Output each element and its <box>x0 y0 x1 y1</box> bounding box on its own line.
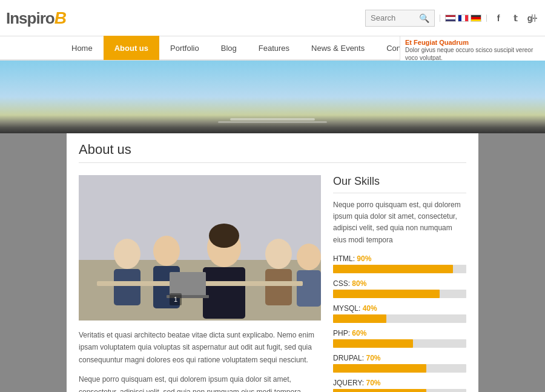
skills-description: Neque porro quisquam est, qui dolorem ip… <box>333 199 466 246</box>
skill-bar-drupal <box>333 364 426 373</box>
skill-css: CSS: 80% <box>333 279 466 298</box>
page-title: About us <box>79 142 466 163</box>
nav-home[interactable]: Home <box>61 36 104 60</box>
flag-fr[interactable] <box>458 15 469 22</box>
about-image: 1 <box>79 175 321 321</box>
svg-point-17 <box>268 241 289 265</box>
svg-rect-16 <box>265 269 292 305</box>
svg-point-7 <box>116 241 138 265</box>
svg-rect-19 <box>297 270 321 307</box>
skill-html: HTML: 90% <box>333 254 466 273</box>
svg-rect-2 <box>218 121 327 123</box>
logo-b: B <box>54 8 66 27</box>
skill-php: PHP: 60% <box>333 329 466 348</box>
skill-mysql: MYSQL: 40% <box>333 304 466 323</box>
svg-rect-6 <box>114 269 140 305</box>
right-column: Our Skills Neque porro quisquam est, qui… <box>333 175 466 392</box>
svg-rect-21 <box>170 272 206 296</box>
svg-text:1: 1 <box>174 296 177 303</box>
logo: InspiroB <box>6 8 66 28</box>
page-title-section: About us <box>67 133 478 175</box>
facebook-icon[interactable]: f <box>492 12 505 25</box>
ticker-text: Dolor givus neque occuro scisco suscipit… <box>405 46 540 61</box>
flag-us[interactable] <box>445 15 456 22</box>
logo-text: InspiroB <box>6 8 66 28</box>
skill-drupal: DRUPAL: 70% <box>333 354 466 373</box>
flag-de[interactable] <box>471 15 481 22</box>
left-column: 1 Veritatis et quasi architecto beatae v… <box>79 175 321 392</box>
svg-point-18 <box>297 244 321 270</box>
skill-bar-css <box>333 290 440 298</box>
para1: Veritatis et quasi architecto beatae vit… <box>79 329 321 366</box>
news-ticker: Et Feugiat Quadrum Dolor givus neque occ… <box>400 36 545 61</box>
para2: Neque porro quisquam est, qui dolorem ip… <box>79 373 321 392</box>
svg-point-10 <box>156 238 177 262</box>
skills-title: Our Skills <box>333 175 466 193</box>
skill-bar-mysql <box>333 314 386 323</box>
svg-rect-12 <box>203 267 245 319</box>
svg-point-14 <box>209 224 239 248</box>
search-input[interactable] <box>371 13 419 22</box>
skill-bar-html <box>333 265 453 273</box>
skill-bar-php <box>333 339 413 348</box>
skill-bar-jquery <box>333 389 426 392</box>
ticker-title: Et Feugiat Quadrum <box>405 39 540 46</box>
twitter-icon[interactable]: 𝕥 <box>509 12 522 25</box>
nav-news[interactable]: News & Events <box>300 36 375 60</box>
nav-features[interactable]: Features <box>248 36 300 60</box>
nav-about[interactable]: About us <box>104 36 159 60</box>
search-box: 🔍 <box>365 10 435 27</box>
skill-jquery: JQUERY: 70% <box>333 379 466 392</box>
navigation: Home About us Portfolio Blog Features Ne… <box>0 36 545 61</box>
language-selector <box>440 15 487 22</box>
hero-image <box>0 61 545 133</box>
nav-portfolio[interactable]: Portfolio <box>159 36 210 60</box>
grip-icon[interactable]: ⏸ <box>528 12 539 25</box>
search-button[interactable]: 🔍 <box>419 13 429 23</box>
nav-blog[interactable]: Blog <box>210 36 248 60</box>
svg-rect-1 <box>230 118 315 121</box>
